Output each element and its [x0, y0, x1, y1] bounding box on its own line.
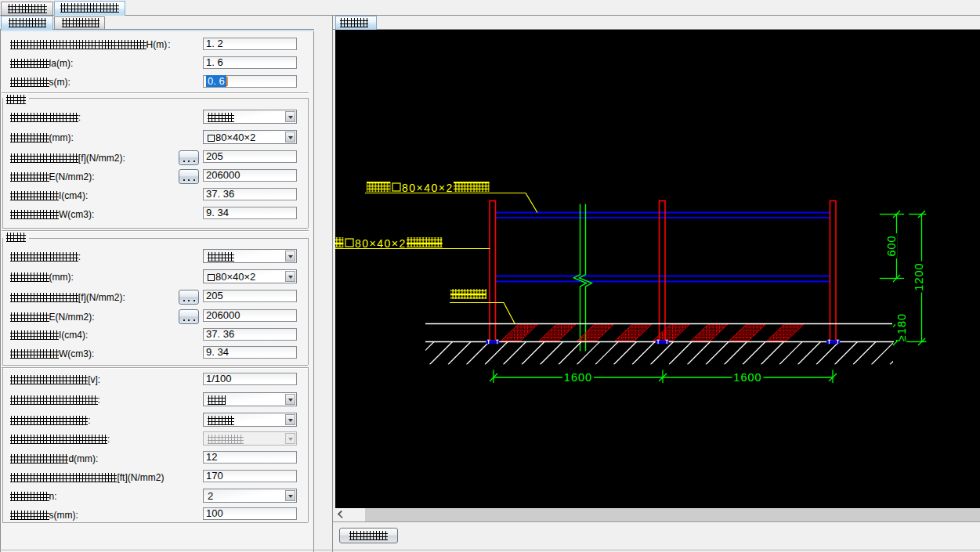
svg-text:1600: 1600 — [733, 371, 761, 384]
svg-text:80×40×2: 80×40×2 — [355, 237, 407, 250]
svg-text:1200: 1200 — [913, 262, 925, 290]
svg-text:80×40×2: 80×40×2 — [402, 182, 454, 194]
svg-text:1600: 1600 — [564, 371, 592, 384]
svg-text:600: 600 — [885, 235, 898, 256]
svg-text:≥180: ≥180 — [895, 313, 908, 341]
